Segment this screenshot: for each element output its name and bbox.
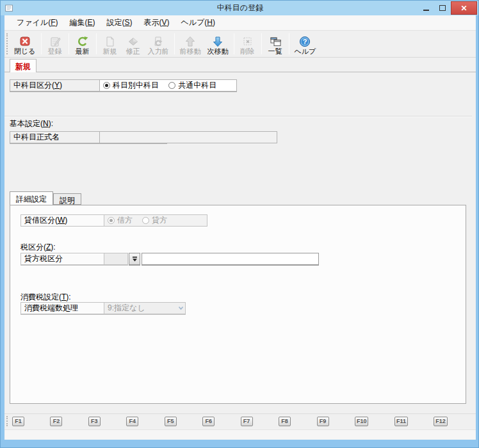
f4-button[interactable]: F4 (126, 417, 138, 426)
function-keys: F1 F2 F3 F4 F5 F6 F7 F8 F9 F10 F11 F12 (12, 417, 448, 426)
toolbar-button-move-prev: 前移動 (177, 31, 204, 57)
close-icon: ✕ (460, 4, 467, 13)
rounding-label: 消費税端数処理 (20, 302, 104, 314)
lookup-dropdown-icon (132, 256, 138, 262)
record-tab-line (4, 72, 476, 72)
f12-button[interactable]: F12 (434, 417, 448, 426)
refresh-icon (76, 35, 89, 47)
credit-tax-label: 貸方税区分 (20, 253, 104, 265)
toolbar-button-register: 登録 (44, 31, 67, 57)
radio-credit: 貸方 (142, 216, 175, 225)
menu-help[interactable]: ヘルプ(H) (175, 15, 222, 30)
toolbar-button-close[interactable]: 閉じる (11, 31, 39, 57)
rounding-select: 9:指定なし (104, 302, 186, 314)
radio-checked-disabled-icon (108, 217, 115, 224)
tab-detail-settings[interactable]: 詳細設定 (10, 191, 53, 205)
help-icon: ? (298, 35, 311, 47)
f1-button[interactable]: F1 (12, 417, 24, 426)
new-record-icon (104, 35, 117, 47)
tab-description[interactable]: 説明 (53, 193, 81, 205)
delete-icon (241, 35, 254, 47)
tab-new-record[interactable]: 新規 (10, 59, 37, 72)
toolbar: 閉じる 登録 (4, 31, 476, 58)
toolbar-button-before-input: 入力前 (145, 31, 172, 57)
toolbar-separator (96, 33, 97, 54)
svg-text:?: ? (303, 38, 307, 45)
move-prev-icon (184, 35, 197, 47)
f8-button[interactable]: F8 (279, 417, 291, 426)
radio-common[interactable]: 共通中科目 (168, 81, 224, 90)
credit-tax-code-input (104, 253, 128, 265)
app-window: 中科目の登録 ✕ ファイル(F) 編集(E) 設定(S) 表示(V) ヘルプ(H… (0, 0, 479, 448)
maximize-icon (439, 5, 446, 11)
toolbar-button-move-next[interactable]: 次移動 (204, 31, 232, 57)
toolbar-button-delete: 削除 (236, 31, 259, 57)
close-window-icon (19, 35, 31, 47)
close-button[interactable]: ✕ (451, 1, 477, 15)
official-name-label: 中科目正式名 (10, 131, 100, 143)
toolbar-separator (289, 33, 289, 54)
toolbar-separator (261, 33, 262, 54)
client-area: ファイル(F) 編集(E) 設定(S) 表示(V) ヘルプ(H) 閉じる (4, 15, 476, 440)
toolbar-separator (234, 33, 234, 54)
consumption-tax-heading: 消費税設定(T): (20, 292, 71, 303)
toolbar-grip[interactable] (6, 33, 10, 54)
minimize-button[interactable] (418, 1, 434, 15)
radio-unchecked-icon (168, 82, 175, 89)
toolbar-button-refresh[interactable]: 最新 (71, 31, 94, 57)
window-title: 中科目の登録 (1, 3, 479, 13)
debit-credit-radio-group: 借方 貸方 (104, 214, 207, 227)
status-bar (4, 429, 476, 440)
category-label: 中科目区分(Y) (10, 79, 100, 92)
radio-debit: 借方 (108, 216, 140, 225)
toolbar-button-edit: 修正 (122, 31, 145, 57)
f6-button[interactable]: F6 (202, 417, 215, 426)
toolbar-button-help[interactable]: ? ヘルプ (291, 31, 320, 57)
menu-file[interactable]: ファイル(F) (11, 15, 63, 30)
radio-subject-specific[interactable]: 科目別中科目 (103, 81, 166, 90)
radio-checked-icon (103, 82, 110, 89)
basic-settings-heading: 基本設定(N): (10, 118, 53, 129)
toolbar-button-new: 新規 (99, 31, 122, 57)
title-bar: 中科目の登録 ✕ (1, 1, 479, 15)
minimize-icon (423, 10, 429, 11)
menu-edit[interactable]: 編集(E) (63, 15, 101, 30)
menu-settings[interactable]: 設定(S) (101, 15, 138, 30)
tax-section-heading: 税区分(Z): (20, 242, 56, 253)
menu-view[interactable]: 表示(V) (138, 15, 175, 30)
section-divider (4, 116, 472, 117)
credit-tax-dropdown-button[interactable] (129, 253, 140, 265)
f3-button[interactable]: F3 (88, 417, 101, 426)
menu-bar: ファイル(F) 編集(E) 設定(S) 表示(V) ヘルプ(H) (4, 15, 476, 31)
undo-input-icon (152, 35, 165, 47)
maximize-button[interactable] (434, 1, 451, 15)
debit-credit-label: 貸借区分(W) (20, 214, 104, 227)
chevron-down-icon (178, 306, 184, 310)
move-next-icon (211, 35, 224, 47)
list-icon (269, 35, 282, 47)
edit-icon (127, 35, 140, 47)
f7-button[interactable]: F7 (241, 417, 253, 426)
f10-button[interactable]: F10 (355, 417, 369, 426)
official-name-input[interactable] (99, 131, 277, 143)
detail-settings-panel: 貸借区分(W) 借方 貸方 税区分(Z): 借方税区分 (10, 205, 466, 404)
toolbar-separator (69, 33, 69, 54)
f9-button[interactable]: F9 (317, 417, 329, 426)
function-bar-grip[interactable] (6, 416, 10, 426)
radio-unchecked-disabled-icon (142, 217, 149, 224)
f2-button[interactable]: F2 (50, 417, 62, 426)
toolbar-button-list[interactable]: 一覧 (264, 31, 287, 57)
function-key-bar: F1 F2 F3 F4 F5 F6 F7 F8 F9 F10 F11 F12 (4, 413, 476, 428)
f11-button[interactable]: F11 (394, 417, 408, 426)
toolbar-separator (41, 33, 42, 54)
toolbar-separator (174, 33, 175, 54)
credit-tax-name-display[interactable] (142, 253, 319, 265)
f5-button[interactable]: F5 (165, 417, 177, 426)
window-controls: ✕ (418, 1, 477, 15)
register-icon (49, 35, 61, 47)
